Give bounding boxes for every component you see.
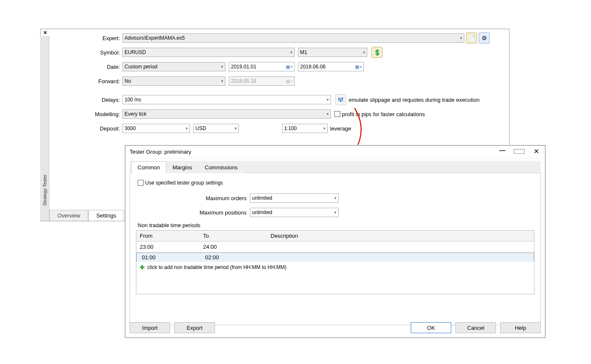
date-period-value: Custom period [125, 64, 157, 70]
bottom-tabs: Overview Settings [49, 209, 124, 221]
table-row[interactable]: 23:00 24:00 [136, 242, 534, 253]
maximize-icon[interactable] [514, 147, 525, 155]
table-row[interactable]: 01:00 02:00 [136, 253, 534, 262]
deposit-amount-value: 3000 [125, 125, 136, 131]
tab-overview[interactable]: Overview [49, 210, 88, 221]
cell-desc [269, 255, 532, 259]
cell-desc [267, 242, 534, 252]
leverage-value: 1:100 [284, 125, 297, 131]
help-button[interactable]: Help [500, 322, 541, 333]
delays-select[interactable]: 100 ms ▾ [122, 95, 331, 104]
import-button[interactable]: Import [130, 322, 170, 333]
expert-value: Advisors\ExpertMAMA.ex5 [125, 35, 185, 41]
non-tradable-section-label: Non tradable time periods [138, 222, 534, 228]
use-group-settings-checkbox[interactable] [138, 180, 144, 186]
leverage-hint: leverage [330, 125, 351, 132]
leverage-select[interactable]: 1:100 ▾ [282, 124, 328, 133]
cell-from: 01:00 [138, 252, 202, 263]
date-from-value: 2019.01.01 [231, 64, 256, 70]
symbol-value: EURUSD [125, 49, 146, 55]
tester-group-dialog: Tester Group: preliminary — ✕ Common Mar… [125, 145, 545, 338]
cell-to: 02:00 [202, 252, 269, 263]
tab-common[interactable]: Common [131, 161, 166, 173]
expert-label: Expert: [50, 35, 122, 41]
table-header-to[interactable]: To [200, 231, 267, 241]
date-to-input[interactable]: 2019.06.06 ▦▾ [298, 62, 364, 71]
chevron-down-icon: ▾ [327, 112, 329, 116]
max-orders-select[interactable]: unlimited ▾ [250, 193, 339, 203]
non-tradable-table: From To Description 23:00 24:00 01:00 02… [136, 230, 534, 294]
svg-point-3 [339, 98, 340, 100]
settings-gear-icon[interactable]: ⚙ [479, 33, 490, 43]
chevron-down-icon: ▾ [235, 126, 237, 130]
vertical-tab-label[interactable]: Strategy Tester [40, 165, 49, 215]
svg-point-5 [342, 98, 343, 99]
minimize-icon[interactable]: — [497, 147, 508, 155]
plus-icon: ✚ [140, 264, 145, 271]
tab-margins[interactable]: Margins [166, 161, 198, 173]
max-positions-label: Maximum positions [136, 209, 250, 216]
symbol-info-icon[interactable]: 💲 [371, 47, 382, 58]
chevron-down-icon: ▾ [323, 126, 325, 130]
dialog-tabs: Common Margins Commissions [130, 161, 541, 173]
max-positions-value: unlimited [252, 209, 272, 215]
use-group-settings-label: Use specified tester group settings [145, 180, 223, 186]
chevron-down-icon: ▾ [186, 126, 188, 130]
forward-value: No [125, 78, 131, 84]
add-row[interactable]: ✚ click to add non tradable time period … [136, 262, 534, 273]
sliders-icon[interactable] [335, 94, 346, 105]
form-area: Expert: Advisors\ExpertMAMA.ex5 ▾ 📄 ⚙ Sy… [50, 32, 508, 136]
symbol-label: Symbol: [50, 49, 122, 56]
panel-close-icon[interactable]: × [42, 30, 49, 36]
delays-value: 100 ms [125, 97, 141, 103]
table-header-from[interactable]: From [136, 231, 200, 241]
chevron-down-icon: ▾ [460, 36, 462, 40]
table-header-desc[interactable]: Description [267, 231, 534, 241]
modelling-label: Modelling: [50, 111, 122, 117]
max-orders-label: Maximum orders [136, 195, 250, 201]
timeframe-select[interactable]: M1 ▾ [298, 48, 367, 57]
max-orders-value: unlimited [252, 195, 272, 201]
forward-select[interactable]: No ▾ [122, 76, 225, 86]
max-positions-select[interactable]: unlimited ▾ [250, 208, 339, 217]
chevron-down-icon: ▾ [363, 50, 365, 54]
deposit-currency-value: USD [195, 125, 206, 131]
modelling-hint: profit in pips for faster calculations [342, 111, 425, 117]
ok-button[interactable]: OK [411, 322, 451, 333]
symbol-select[interactable]: EURUSD ▾ [122, 48, 295, 57]
delays-label: Delays: [50, 97, 122, 103]
chevron-down-icon: ▾ [290, 50, 293, 54]
date-period-select[interactable]: Custom period ▾ [122, 62, 225, 71]
expert-select[interactable]: Advisors\ExpertMAMA.ex5 ▾ [122, 33, 464, 43]
cancel-button[interactable]: Cancel [455, 322, 496, 333]
modelling-select[interactable]: Every tick ▾ [122, 109, 331, 119]
open-file-icon[interactable]: 📄 [466, 33, 477, 43]
add-row-hint: click to add non tradable time period (f… [147, 264, 286, 270]
calendar-icon[interactable]: ▦▾ [355, 64, 362, 70]
delays-hint: emulate slippage and requotes during tra… [349, 97, 480, 103]
forward-date-value: 2018.05.18 [231, 78, 256, 84]
chevron-down-icon: ▾ [221, 65, 223, 69]
chevron-down-icon: ▾ [334, 196, 336, 200]
modelling-value: Every tick [125, 111, 146, 117]
dialog-title: Tester Group: preliminary [125, 146, 545, 158]
date-from-input[interactable]: 2019.01.01 ▦▾ [229, 62, 295, 71]
chevron-down-icon: ▾ [334, 210, 336, 215]
cell-from: 23:00 [136, 242, 200, 252]
tab-commissions[interactable]: Commissions [198, 161, 244, 173]
deposit-amount-select[interactable]: 3000 ▾ [122, 124, 190, 133]
deposit-label: Deposit: [50, 125, 122, 132]
profit-pips-checkbox[interactable] [334, 111, 340, 117]
cell-to: 24:00 [200, 242, 267, 252]
close-icon[interactable]: ✕ [531, 147, 542, 155]
timeframe-value: M1 [300, 49, 307, 55]
date-to-value: 2019.06.06 [300, 64, 325, 70]
export-button[interactable]: Export [174, 322, 215, 333]
deposit-currency-select[interactable]: USD ▾ [193, 124, 239, 133]
tab-settings[interactable]: Settings [88, 210, 124, 221]
calendar-icon[interactable]: ▦▾ [286, 64, 293, 70]
chevron-down-icon: ▾ [221, 79, 223, 83]
forward-date-input: 2018.05.18 ▦▾ [229, 76, 295, 86]
date-label: Date: [50, 64, 122, 70]
svg-point-4 [340, 100, 342, 101]
